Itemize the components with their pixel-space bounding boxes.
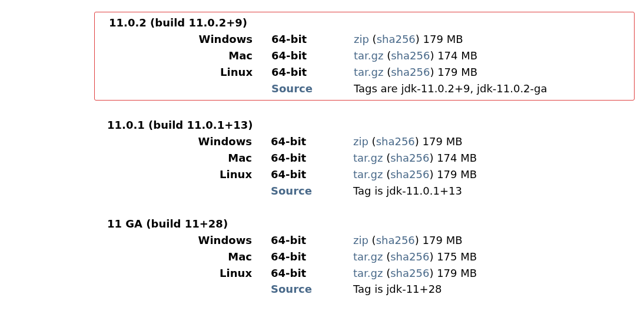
os-label: Windows <box>94 133 271 150</box>
os-label: Mac <box>94 150 271 166</box>
sha-link[interactable]: sha256 <box>390 152 429 164</box>
source-label: Source <box>271 281 353 297</box>
release-title: 11.0.2 (build 11.0.2+9) <box>95 15 271 31</box>
sha-link[interactable]: sha256 <box>391 49 430 62</box>
release-block: 11.0.2 (build 11.0.2+9) Windows 64-bit z… <box>94 12 635 101</box>
build-row: Windows 64-bit zip (sha256) 179 MB <box>94 133 635 150</box>
sha-link[interactable]: sha256 <box>377 33 416 45</box>
source-row: Source Tag is jdk-11.0.1+13 <box>94 183 635 199</box>
os-label: Linux <box>94 166 271 183</box>
build-row: Mac 64-bit tar.gz (sha256) 175 MB <box>94 249 635 265</box>
format-link[interactable]: tar.gz <box>354 49 383 62</box>
source-row: Source Tags are jdk-11.0.2+9, jdk-11.0.2… <box>95 81 634 97</box>
format-link[interactable]: tar.gz <box>353 267 383 279</box>
build-row: Linux 64-bit tar.gz (sha256) 179 MB <box>95 64 634 81</box>
download-list: 11.0.2 (build 11.0.2+9) Windows 64-bit z… <box>0 0 644 326</box>
arch-label: 64-bit <box>271 150 353 166</box>
file-size: 179 MB <box>437 66 477 78</box>
file-size: 175 MB <box>437 250 477 263</box>
build-row: Mac 64-bit tar.gz (sha256) 174 MB <box>95 48 634 64</box>
file-size: 174 MB <box>437 49 477 62</box>
download-cell: zip (sha256) 179 MB <box>353 232 635 249</box>
arch-label: 64-bit <box>271 48 354 64</box>
arch-label: 64-bit <box>271 133 353 150</box>
file-size: 174 MB <box>437 152 477 164</box>
arch-label: 64-bit <box>271 265 353 282</box>
format-link[interactable]: zip <box>353 135 369 148</box>
format-link[interactable]: tar.gz <box>353 250 383 263</box>
release-title: 11.0.1 (build 11.0.1+13) <box>94 117 271 133</box>
os-label: Mac <box>95 48 271 64</box>
paren-close: ) <box>415 234 423 246</box>
paren-close: ) <box>430 49 437 62</box>
source-label: Source <box>271 183 353 199</box>
source-text: Tags are jdk-11.0.2+9, jdk-11.0.2-ga <box>354 81 634 97</box>
download-cell: tar.gz (sha256) 179 MB <box>353 265 635 282</box>
sha-link[interactable]: sha256 <box>390 168 429 180</box>
build-row: Linux 64-bit tar.gz (sha256) 179 MB <box>94 166 635 183</box>
paren-open: ( <box>372 234 376 246</box>
download-cell: tar.gz (sha256) 174 MB <box>354 48 634 64</box>
os-label: Mac <box>94 249 271 265</box>
arch-label: 64-bit <box>271 166 353 183</box>
release-title-row: 11.0.2 (build 11.0.2+9) <box>95 15 634 31</box>
download-cell: tar.gz (sha256) 179 MB <box>354 64 634 81</box>
build-row: Windows 64-bit zip (sha256) 179 MB <box>95 31 634 48</box>
source-text: Tag is jdk-11.0.1+13 <box>353 183 635 199</box>
release-title-row: 11 GA (build 11+28) <box>94 216 635 232</box>
release-title-row: 11.0.1 (build 11.0.1+13) <box>94 117 635 133</box>
file-size: 179 MB <box>423 234 463 246</box>
sha-link[interactable]: sha256 <box>390 267 429 279</box>
source-label: Source <box>271 81 354 97</box>
file-size: 179 MB <box>423 33 463 45</box>
os-label: Windows <box>94 232 271 249</box>
download-cell: tar.gz (sha256) 175 MB <box>353 249 635 265</box>
arch-label: 64-bit <box>271 64 354 81</box>
paren-close: ) <box>416 33 423 45</box>
arch-label: 64-bit <box>271 232 353 249</box>
paren-close: ) <box>429 152 437 164</box>
download-cell: tar.gz (sha256) 174 MB <box>353 150 635 166</box>
build-row: Linux 64-bit tar.gz (sha256) 179 MB <box>94 265 635 282</box>
os-label: Linux <box>94 265 271 282</box>
build-row: Windows 64-bit zip (sha256) 179 MB <box>94 232 635 249</box>
arch-label: 64-bit <box>271 31 354 48</box>
release-block: 11 GA (build 11+28) Windows 64-bit zip (… <box>94 216 635 297</box>
paren-open: ( <box>372 135 376 148</box>
arch-label: 64-bit <box>271 249 353 265</box>
os-label: Windows <box>95 31 271 48</box>
paren-close: ) <box>429 267 437 279</box>
release-block: 11.0.1 (build 11.0.1+13) Windows 64-bit … <box>94 117 635 199</box>
format-link[interactable]: tar.gz <box>354 66 383 78</box>
paren-close: ) <box>429 250 437 263</box>
format-link[interactable]: tar.gz <box>353 168 383 180</box>
paren-open: ( <box>373 33 377 45</box>
format-link[interactable]: zip <box>354 33 369 45</box>
build-row: Mac 64-bit tar.gz (sha256) 174 MB <box>94 150 635 166</box>
sha-link[interactable]: sha256 <box>376 234 415 246</box>
download-cell: zip (sha256) 179 MB <box>354 31 634 48</box>
file-size: 179 MB <box>437 267 477 279</box>
sha-link[interactable]: sha256 <box>390 250 429 263</box>
paren-close: ) <box>429 168 437 180</box>
file-size: 179 MB <box>437 168 477 180</box>
download-cell: zip (sha256) 179 MB <box>353 133 635 150</box>
paren-close: ) <box>430 66 437 78</box>
format-link[interactable]: tar.gz <box>353 152 383 164</box>
download-cell: tar.gz (sha256) 179 MB <box>353 166 635 183</box>
paren-close: ) <box>415 135 423 148</box>
source-row: Source Tag is jdk-11+28 <box>94 281 635 297</box>
format-link[interactable]: zip <box>353 234 369 246</box>
os-label: Linux <box>95 64 271 81</box>
release-title: 11 GA (build 11+28) <box>94 216 271 232</box>
sha-link[interactable]: sha256 <box>376 135 415 148</box>
sha-link[interactable]: sha256 <box>391 66 430 78</box>
file-size: 179 MB <box>423 135 463 148</box>
source-text: Tag is jdk-11+28 <box>353 281 635 297</box>
